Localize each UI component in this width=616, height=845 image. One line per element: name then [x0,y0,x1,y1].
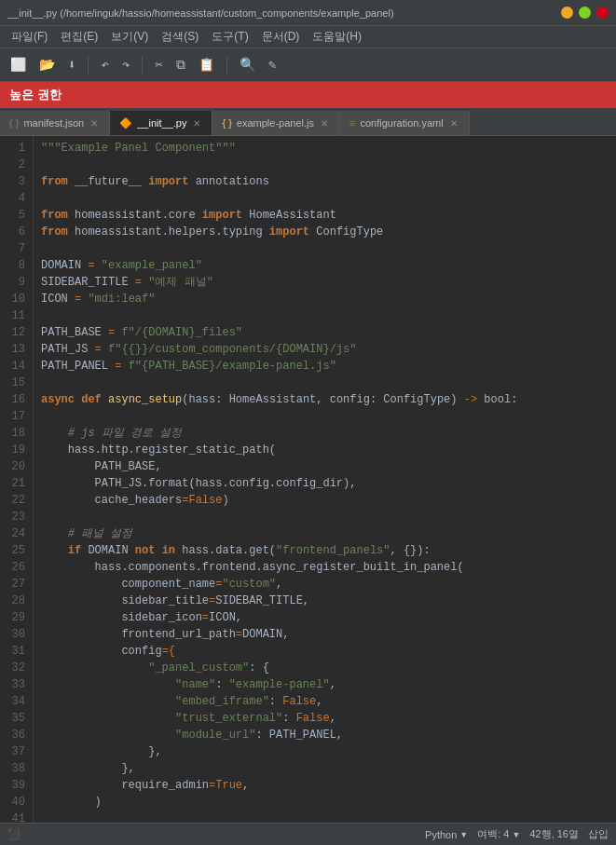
tab-init-label: __init__.py [137,117,186,129]
tab-init-close[interactable]: ✕ [191,118,202,129]
menu-search[interactable]: 검색(S) [156,27,204,47]
status-panel-icon[interactable]: ⬛ [7,828,21,840]
language-dropdown-icon: ▼ [459,830,468,839]
warning-bar: 높은 권한 [0,82,616,108]
tab-example-panel-label: example-panel.js [237,117,314,129]
status-language-text: Python [425,829,457,840]
menu-tools[interactable]: 도구(T) [206,27,253,47]
menu-file[interactable]: 파일(F) [6,27,53,47]
cut-button[interactable]: ✂ [150,55,167,75]
maximize-button[interactable] [579,7,591,19]
copy-button[interactable]: ⧉ [171,56,190,75]
warning-text: 높은 권한 [9,87,62,103]
menu-view[interactable]: 보기(V) [105,27,154,47]
search-toolbar-button[interactable]: 🔍 [235,55,260,75]
window-controls [561,7,609,19]
open-button[interactable]: 📂 [34,55,60,75]
separator-1 [88,56,89,75]
tab-example-panel-close[interactable]: ✕ [319,118,330,129]
tab-manifest-close[interactable]: ✕ [89,118,100,129]
status-encoding: 삽입 [588,827,609,841]
menu-edit[interactable]: 편집(E) [55,27,103,47]
status-right: Python ▼ 여백: 4 ▼ 42행, 16열 삽입 [425,827,609,841]
close-button[interactable] [596,7,609,19]
undo-button[interactable]: ↶ [96,55,113,75]
title-text: __init__.py (/home/inguk/hassio/homeassi… [7,7,394,19]
status-bar: ⬛ Python ▼ 여백: 4 ▼ 42행, 16열 삽입 [0,823,616,845]
yaml-icon: ≡ [349,117,355,129]
new-file-button[interactable]: ⬜ [6,55,31,75]
tab-configuration[interactable]: ≡ configuration.yaml ✕ [340,111,470,135]
code-content[interactable]: """Example Panel Component""" from __fut… [34,136,616,823]
editor[interactable]: 12345 678910 1112131415 1617181920 21222… [0,136,616,823]
menu-bar: 파일(F) 편집(E) 보기(V) 검색(S) 도구(T) 문서(D) 도움말(… [0,26,616,48]
status-indent-text: 여백: 4 [477,827,509,841]
title-bar: __init__.py (/home/inguk/hassio/homeassi… [0,0,616,26]
status-indent[interactable]: 여백: 4 ▼ [477,827,520,841]
tab-init[interactable]: 🔶 __init__.py ✕ [110,111,212,135]
paste-button[interactable]: 📋 [194,55,219,75]
replace-button[interactable]: ✎ [264,55,281,75]
status-left: ⬛ [7,828,21,840]
py-icon: 🔶 [119,117,132,129]
separator-2 [142,56,143,75]
separator-3 [226,56,227,75]
tab-manifest[interactable]: { } manifest.json ✕ [0,111,110,135]
toolbar: ⬜ 📂 ⬇ ↶ ↷ ✂ ⧉ 📋 🔍 ✎ [0,48,616,82]
line-numbers: 12345 678910 1112131415 1617181920 21222… [0,136,34,823]
status-language[interactable]: Python ▼ [425,829,468,840]
indent-dropdown-icon: ▼ [512,830,520,839]
status-position-text: 42행, 16열 [529,827,579,841]
json-icon: { } [9,117,19,129]
menu-docs[interactable]: 문서(D) [256,27,306,47]
js-icon: { } [222,117,231,129]
status-position: 42행, 16열 [529,827,579,841]
tab-manifest-label: manifest.json [23,117,84,129]
status-encoding-text: 삽입 [588,827,609,841]
tab-bar: { } manifest.json ✕ 🔶 __init__.py ✕ { } … [0,108,616,136]
minimize-button[interactable] [561,7,573,19]
menu-help[interactable]: 도움말(H) [307,27,367,47]
tab-configuration-close[interactable]: ✕ [448,118,459,129]
redo-button[interactable]: ↷ [117,55,134,75]
tab-example-panel[interactable]: { } example-panel.js ✕ [212,111,340,135]
tab-configuration-label: configuration.yaml [360,117,443,129]
save-button[interactable]: ⬇ [63,55,80,75]
